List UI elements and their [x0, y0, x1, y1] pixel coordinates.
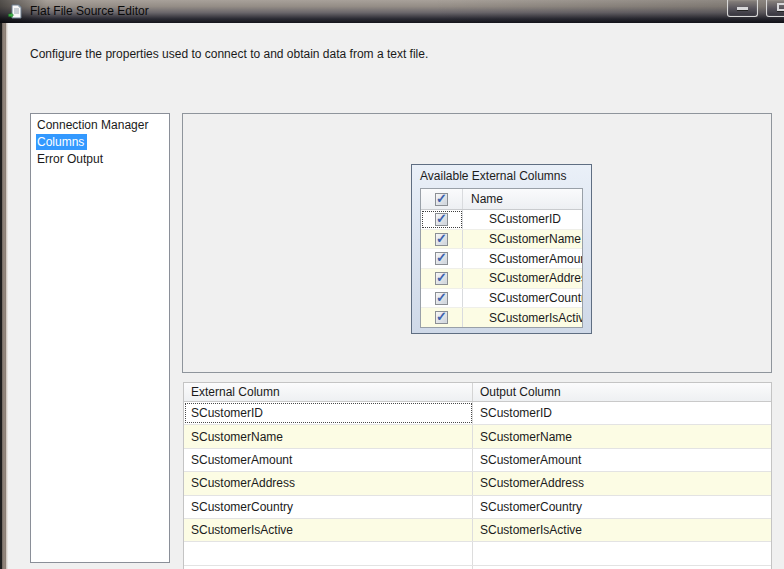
mapping-row[interactable]: SCustomerIsActiveSCustomerIsActive: [184, 519, 771, 542]
external-column-cell[interactable]: [184, 542, 473, 564]
maximize-icon: [777, 3, 784, 11]
external-column-cell[interactable]: SCustomerName: [184, 425, 473, 447]
window-title: Flat File Source Editor: [30, 4, 149, 19]
available-column-row: SCustomerIsActive: [421, 308, 582, 327]
titlebar[interactable]: Flat File Source Editor: [0, 0, 784, 24]
mapping-table-header: External Column Output Column: [184, 383, 771, 402]
minimize-button[interactable]: [727, 0, 758, 17]
external-column-cell[interactable]: SCustomerAddress: [184, 472, 473, 494]
mapping-row[interactable]: SCustomerCountrySCustomerCountry: [184, 496, 771, 519]
flat-file-source-editor-dialog: Flat File Source Editor Configure the pr…: [0, 0, 784, 569]
sidebar-item-label: Error Output: [36, 151, 106, 167]
output-column-cell[interactable]: SCustomerName: [473, 425, 771, 447]
mapping-table-body: SCustomerIDSCustomerIDSCustomerNameSCust…: [184, 402, 771, 569]
output-column-cell[interactable]: [473, 542, 771, 564]
mapping-row[interactable]: SCustomerIDSCustomerID: [184, 402, 771, 425]
dialog-client-area: Configure the properties used to connect…: [9, 23, 784, 569]
column-checkbox-cell[interactable]: [421, 308, 463, 327]
mapping-row[interactable]: SCustomerNameSCustomerName: [184, 425, 771, 448]
select-all-checkbox-icon[interactable]: [435, 193, 448, 206]
column-checkbox-cell[interactable]: [421, 269, 463, 288]
external-column-cell[interactable]: SCustomerCountry: [184, 496, 473, 518]
select-all-cell[interactable]: [421, 189, 463, 209]
checkbox-icon[interactable]: [435, 292, 448, 305]
column-name: SCustomerAddress: [463, 269, 583, 288]
column-name: SCustomerIsActive: [463, 308, 583, 327]
mapping-row-empty[interactable]: [184, 542, 771, 565]
window-controls: [727, 0, 784, 17]
mapping-row[interactable]: SCustomerAmountSCustomerAmount: [184, 449, 771, 472]
available-column-row: SCustomerAddress: [421, 269, 582, 289]
column-name: SCustomerName: [463, 230, 582, 249]
output-column-header[interactable]: Output Column: [473, 383, 771, 401]
dialog-description: Configure the properties used to connect…: [30, 47, 428, 61]
column-name: SCustomerAmount: [463, 249, 583, 268]
output-column-cell[interactable]: SCustomerAddress: [473, 472, 771, 494]
mapping-row[interactable]: SCustomerAddressSCustomerAddress: [184, 472, 771, 495]
sidebar-item-label: Connection Manager: [36, 117, 151, 133]
checkbox-icon[interactable]: [435, 311, 448, 324]
available-column-row: SCustomerID: [421, 210, 582, 230]
external-column-cell[interactable]: SCustomerAmount: [184, 449, 473, 471]
output-column-cell[interactable]: SCustomerCountry: [473, 496, 771, 518]
column-name: SCustomerID: [463, 210, 582, 229]
available-column-row: SCustomerName: [421, 230, 582, 250]
name-column-header: Name: [463, 189, 582, 209]
sidebar-list[interactable]: Connection ManagerColumnsError Output: [30, 113, 170, 563]
column-checkbox-cell[interactable]: [421, 289, 463, 308]
sidebar-item-label: Columns: [36, 134, 87, 150]
sidebar-item-error-output[interactable]: Error Output: [31, 151, 169, 168]
checkbox-icon[interactable]: [435, 213, 448, 226]
output-column-cell[interactable]: SCustomerAmount: [473, 449, 771, 471]
available-external-columns-box: Available External Columns Name SCustome…: [411, 164, 592, 334]
flat-file-source-icon: [8, 4, 24, 20]
available-column-row: SCustomerCountry: [421, 289, 582, 309]
column-name: SCustomerCountry: [463, 289, 583, 308]
external-column-cell[interactable]: SCustomerIsActive: [184, 519, 473, 541]
column-checkbox-cell[interactable]: [421, 230, 463, 249]
output-column-cell[interactable]: SCustomerID: [473, 402, 771, 424]
sidebar-item-columns[interactable]: Columns: [31, 134, 169, 151]
checkbox-icon[interactable]: [435, 272, 448, 285]
available-columns-title: Available External Columns: [420, 169, 567, 183]
sidebar-item-connection-manager[interactable]: Connection Manager: [31, 117, 169, 134]
available-column-row: SCustomerAmount: [421, 249, 582, 269]
window-frame-left: [0, 23, 9, 569]
maximize-button[interactable]: [766, 0, 784, 17]
external-column-header[interactable]: External Column: [184, 383, 473, 401]
available-columns-grid[interactable]: Name SCustomerIDSCustomerNameSCustomerAm…: [420, 188, 583, 328]
column-mapping-table[interactable]: External Column Output Column SCustomerI…: [183, 382, 772, 569]
column-checkbox-cell[interactable]: [421, 249, 463, 268]
minimize-icon: [737, 7, 748, 10]
columns-panel: Available External Columns Name SCustome…: [182, 113, 772, 373]
checkbox-icon[interactable]: [435, 252, 448, 265]
column-checkbox-cell[interactable]: [421, 210, 463, 229]
checkbox-icon[interactable]: [435, 233, 448, 246]
external-column-cell[interactable]: SCustomerID: [184, 402, 473, 424]
available-columns-header: Name: [421, 189, 582, 210]
output-column-cell[interactable]: SCustomerIsActive: [473, 519, 771, 541]
